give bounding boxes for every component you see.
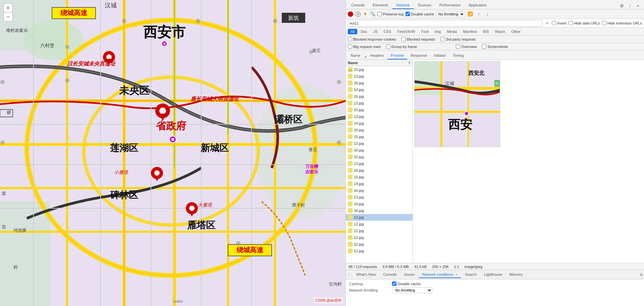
hide-data-urls-label[interactable]: Hide data URLs — [569, 21, 600, 25]
disable-cache-checkbox[interactable] — [406, 12, 410, 16]
type-tab-fetch-xhr[interactable]: Fetch/XHR — [394, 29, 418, 34]
clear-filter-button[interactable]: × — [544, 20, 550, 26]
sub-tab-timing[interactable]: Timing — [449, 52, 467, 59]
big-request-rows-label[interactable]: Big request rows — [348, 44, 381, 49]
close-name-pane-button[interactable]: × — [364, 55, 367, 59]
file-item[interactable]: 13.jpg — [346, 113, 413, 120]
blocked-response-cookies-label[interactable]: Blocked response cookies — [348, 37, 396, 41]
disable-cache-label[interactable]: Disable cache — [406, 12, 434, 16]
type-tab-all[interactable]: All — [348, 29, 357, 34]
bottom-dots-icon[interactable]: ⋮ — [347, 272, 351, 277]
hide-ext-urls-checkbox[interactable] — [602, 21, 606, 25]
file-item[interactable]: 15.jpg — [346, 106, 413, 113]
3rd-party-requests-checkbox[interactable] — [440, 37, 445, 41]
close-panel-icon[interactable]: × — [640, 272, 643, 277]
type-tab-wasm[interactable]: Wasm — [492, 29, 508, 34]
close-network-conditions-icon[interactable]: × — [456, 273, 458, 276]
filter-input[interactable] — [348, 20, 542, 27]
tab-application[interactable]: Application — [465, 2, 491, 9]
file-item[interactable]: 16.jpg — [346, 167, 413, 174]
type-tab-doc[interactable]: Doc — [358, 29, 370, 34]
type-tab-manifest[interactable]: Manifest — [460, 29, 480, 34]
3rd-party-requests-label[interactable]: 3rd-party requests — [440, 37, 476, 41]
sub-tab-initiator[interactable]: Initiator — [431, 52, 449, 59]
type-tab-font[interactable]: Font — [419, 29, 431, 34]
sub-tab-preview[interactable]: Preview — [387, 52, 407, 59]
file-item[interactable]: jpg 15.jpg — [346, 66, 413, 73]
file-item[interactable]: 16.jpg — [346, 127, 413, 133]
tab-performance[interactable]: Performance — [435, 2, 465, 9]
file-item[interactable]: 13.jpg — [346, 194, 413, 201]
file-item[interactable]: 16.jpg — [346, 187, 413, 194]
type-tab-js[interactable]: JS — [371, 29, 380, 34]
file-item[interactable]: 12.jpg — [346, 248, 413, 254]
clear-button[interactable]: ⊘ — [355, 11, 361, 17]
bottom-tab-network-conditions[interactable]: Network conditions × — [419, 271, 461, 278]
export-button[interactable]: ↓ — [484, 11, 491, 17]
file-item[interactable]: 12.jpg — [346, 227, 413, 234]
file-item[interactable]: 13.jpg — [346, 73, 413, 80]
file-item[interactable]: 14.jpg — [346, 86, 413, 93]
close-file-list-button[interactable]: × — [408, 60, 411, 65]
group-by-frame-checkbox[interactable] — [386, 44, 390, 49]
file-item[interactable]: 16.jpg — [346, 80, 413, 86]
tab-network[interactable]: Network — [392, 2, 414, 9]
invert-checkbox[interactable] — [552, 21, 556, 25]
bottom-tab-issues[interactable]: Issues — [401, 271, 418, 278]
bottom-tab-lighthouse[interactable]: Lighthouse — [481, 271, 505, 278]
tab-elements[interactable]: Elements — [369, 2, 392, 9]
bottom-tab-whats-new[interactable]: What's New — [353, 271, 379, 278]
file-item[interactable]: 15.jpg — [346, 154, 413, 160]
more-button[interactable]: ⋮ — [627, 2, 633, 9]
close-bottom-panel-button[interactable]: × — [640, 272, 643, 277]
invert-label[interactable]: Invert — [552, 21, 567, 25]
disable-cache-nc-label[interactable]: Disable cache — [392, 281, 421, 286]
search-button[interactable]: 🔍 — [370, 11, 375, 17]
bottom-tab-memory[interactable]: Memory — [506, 271, 526, 278]
record-button[interactable] — [348, 11, 353, 17]
file-item-selected[interactable]: 12.jpg — [346, 214, 413, 221]
zoom-in-button[interactable]: + — [4, 4, 12, 12]
hide-ext-urls-label[interactable]: Hide extension URLs — [602, 21, 642, 25]
map-zoom-controls[interactable]: + − — [3, 3, 13, 21]
file-item[interactable]: 12.jpg — [346, 234, 413, 241]
preserve-log-checkbox[interactable] — [377, 12, 382, 16]
file-item[interactable]: 16.jpg — [346, 93, 413, 100]
file-item[interactable]: 12.jpg — [346, 241, 413, 248]
network-online-icon[interactable]: 📶 — [467, 11, 474, 17]
network-throttling-nc-select[interactable]: No throttling — [392, 287, 432, 293]
zoom-out-button[interactable]: − — [4, 12, 12, 21]
bottom-tab-search[interactable]: Search — [462, 271, 480, 278]
sub-tab-name[interactable]: Name — [347, 52, 364, 59]
filter-icon[interactable]: ▼ — [363, 11, 368, 17]
tab-sources[interactable]: Sources — [414, 2, 435, 9]
file-item[interactable]: 13.jpg — [346, 140, 413, 147]
screenshots-label[interactable]: Screenshots — [482, 44, 508, 49]
blocked-response-cookies-checkbox[interactable] — [348, 37, 352, 41]
file-item[interactable]: 14.jpg — [346, 180, 413, 187]
type-tab-other[interactable]: Other — [508, 29, 523, 34]
group-by-frame-label[interactable]: Group by frame — [386, 44, 417, 49]
overview-label[interactable]: Overview — [456, 44, 477, 49]
sub-tab-headers[interactable]: Headers — [367, 52, 387, 59]
preserve-log-label[interactable]: Preserve log — [377, 12, 404, 16]
settings-button[interactable]: ⚙ — [619, 2, 625, 9]
overview-checkbox[interactable] — [456, 44, 460, 49]
disable-cache-nc-checkbox[interactable] — [392, 281, 396, 286]
sub-tab-response[interactable]: Response — [407, 52, 431, 59]
hide-data-urls-checkbox[interactable] — [569, 21, 573, 25]
file-item[interactable]: 12.jpg — [346, 221, 413, 227]
throttling-select[interactable]: No throttling — [436, 11, 465, 17]
screenshots-checkbox[interactable] — [482, 44, 486, 49]
file-item[interactable]: 16.jpg — [346, 147, 413, 154]
file-item[interactable]: 14.jpg — [346, 201, 413, 207]
type-tab-ws[interactable]: WS — [480, 29, 492, 34]
file-item[interactable]: 13.jpg — [346, 100, 413, 106]
bottom-tab-console[interactable]: Console — [380, 271, 400, 278]
blocked-requests-checkbox[interactable] — [401, 37, 406, 41]
import-button[interactable]: ↑ — [476, 11, 482, 17]
file-item[interactable]: 16.jpg — [346, 207, 413, 214]
file-item[interactable]: 15.jpg — [346, 133, 413, 140]
close-devtools-button[interactable]: × — [635, 2, 641, 9]
type-tab-media[interactable]: Media — [444, 29, 460, 34]
